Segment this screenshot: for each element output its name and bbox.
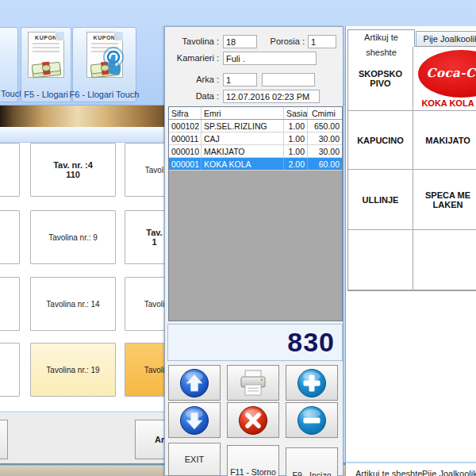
kamarieri-field[interactable]: Fuli .: [223, 52, 317, 65]
order-items-table: Sifra Emri Sasia Cmimi 000102 SP.SEL.RIZ…: [168, 106, 343, 321]
table-button-partial-r3[interactable]: [0, 277, 20, 331]
column-header-emri[interactable]: Emri: [202, 107, 284, 119]
table-header-row: Sifra Emri Sasia Cmimi: [169, 107, 342, 120]
product-ullinje[interactable]: ULLINJE: [348, 170, 413, 230]
product-empty-cell[interactable]: [413, 230, 476, 290]
tab-pije-joalkoolike[interactable]: Pije Joalkoolike: [416, 31, 476, 47]
panel-divider: [346, 462, 476, 463]
printer-icon: [237, 368, 269, 398]
move-down-button[interactable]: [168, 402, 221, 438]
product-grid: SKOPSKO PIVO Coca-Cola KOKA KOLA KAPUCIN…: [347, 46, 476, 291]
f9-incizo-button[interactable]: F9 - Incizo: [286, 447, 338, 476]
porosia-label: Porosia :: [267, 36, 305, 46]
touch-hand-icon: [100, 47, 129, 80]
decrease-quantity-button[interactable]: [286, 402, 338, 438]
arrow-down-icon: [179, 405, 209, 436]
product-empty-cell[interactable]: [348, 230, 413, 290]
move-up-button[interactable]: [168, 365, 221, 401]
wood-banner-image: [0, 106, 168, 127]
f6-llogari-touch-button[interactable]: KUPON F6 - Llogari Touch: [72, 27, 136, 102]
table-row[interactable]: 000011 CAJ 1.00 30.00: [169, 132, 342, 145]
bottom-tab-pije-partial[interactable]: Pije Joalkoolike: [422, 469, 476, 476]
table-button-partial-r4[interactable]: [0, 343, 20, 397]
footer-button-partial-left[interactable]: [0, 420, 8, 459]
data-field[interactable]: 12.07.2016 02:23 PM: [223, 90, 320, 103]
arrow-up-icon: [179, 368, 209, 398]
column-header-sifra[interactable]: Sifra: [169, 107, 202, 119]
cancel-x-icon: [238, 405, 268, 436]
bottom-tab-artikuj-partial[interactable]: Artikuj te sheshte: [355, 469, 422, 476]
table-button-4[interactable]: Tav. nr. :4 110: [30, 143, 116, 197]
delete-item-button[interactable]: [227, 402, 279, 438]
column-header-cmimi[interactable]: Cmimi: [308, 107, 342, 119]
order-panel: Tavolina : 18 Porosia : 1 Kamarieri : Fu…: [164, 26, 344, 476]
product-koka-kola[interactable]: Coca-Cola KOKA KOLA: [413, 47, 476, 111]
product-panel: Artikuj te sheshte Pije Joalkoolike SKOP…: [345, 26, 476, 476]
kupon-invoice-icon: KUPON: [28, 32, 64, 78]
table-button-14[interactable]: Tavolina nr.: 14: [30, 277, 116, 331]
tables-header-strip: [0, 127, 168, 143]
table-button-19[interactable]: Tavolina nr.: 19: [30, 343, 116, 397]
page-fold-icon: [55, 32, 64, 41]
print-button[interactable]: [227, 365, 279, 401]
table-row[interactable]: 000102 SP.SEL.RIZLING 1.00 650.00: [169, 120, 342, 132]
tables-map-footer: Ar: [0, 411, 168, 463]
arka-field[interactable]: 1: [223, 73, 257, 86]
table-button-partial-r2[interactable]: [0, 210, 20, 264]
order-total: 830: [167, 324, 343, 361]
pos-application-window: Touch KUPON F5 - Llogari: [0, 0, 476, 476]
money-stack-icon: [30, 60, 63, 79]
table-button-9[interactable]: Tavolina nr.: 9: [30, 210, 116, 264]
minus-icon: [297, 405, 327, 436]
table-row[interactable]: 000010 MAKIJATO 1.00 30.00: [169, 145, 342, 158]
f5-llogari-label: F5 - Llogari: [24, 90, 68, 102]
arka-field-2[interactable]: [262, 73, 315, 86]
product-makijato[interactable]: MAKIJATO: [413, 111, 476, 170]
f6-llogari-touch-label: F6 - Llogari Touch: [70, 90, 140, 102]
plus-icon: [297, 368, 327, 398]
data-label: Data :: [170, 91, 219, 101]
f5-llogari-button[interactable]: KUPON F5 - Llogari: [21, 27, 71, 102]
f11-storno-button[interactable]: F11 - Storno: [227, 445, 279, 476]
table-row-selected[interactable]: 000001 KOKA KOLA 2.00 60.00: [169, 158, 342, 171]
product-kapucino[interactable]: KAPUCINO: [348, 111, 413, 170]
page-fold-icon: [113, 32, 123, 41]
table-button-partial-r1[interactable]: [0, 143, 20, 197]
coca-cola-logo: Coca-Cola: [418, 50, 476, 98]
arka-label: Arka :: [170, 75, 219, 84]
tavolina-field[interactable]: 18: [223, 35, 257, 48]
kamarieri-label: Kamarieri :: [170, 53, 219, 63]
increase-quantity-button[interactable]: [286, 365, 338, 401]
exit-button[interactable]: EXIT: [168, 443, 221, 476]
tab-artikuj-te-sheshte[interactable]: Artikuj te sheshte: [347, 29, 415, 47]
product-speca-me-laken[interactable]: SPECA ME LAKEN: [413, 170, 476, 230]
column-header-sasia[interactable]: Sasia: [284, 107, 308, 119]
kupon-invoice-icon: KUPON: [86, 32, 123, 78]
tavolina-label: Tavolina :: [170, 36, 219, 46]
koka-kola-label: KOKA KOLA: [413, 98, 476, 108]
porosia-field[interactable]: 1: [308, 35, 336, 48]
